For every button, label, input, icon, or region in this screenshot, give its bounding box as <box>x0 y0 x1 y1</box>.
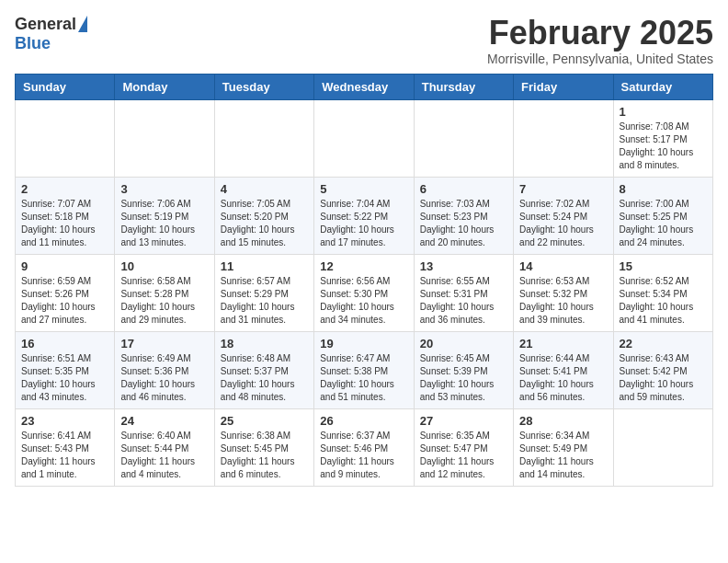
calendar-cell: 11Sunrise: 6:57 AM Sunset: 5:29 PM Dayli… <box>214 254 313 331</box>
weekday-header-saturday: Saturday <box>613 74 712 99</box>
calendar-cell: 2Sunrise: 7:07 AM Sunset: 5:18 PM Daylig… <box>16 177 115 254</box>
calendar-week-5: 23Sunrise: 6:41 AM Sunset: 5:43 PM Dayli… <box>16 408 713 486</box>
day-info: Sunrise: 7:08 AM Sunset: 5:17 PM Dayligh… <box>620 121 707 172</box>
calendar-cell: 5Sunrise: 7:04 AM Sunset: 5:22 PM Daylig… <box>314 177 414 254</box>
logo-triangle-icon <box>78 16 87 32</box>
weekday-header-friday: Friday <box>514 74 613 99</box>
day-number: 6 <box>420 182 507 196</box>
calendar-cell: 28Sunrise: 6:34 AM Sunset: 5:49 PM Dayli… <box>514 408 613 486</box>
title-block: February 2025 Morrisville, Pennsylvania,… <box>487 15 713 66</box>
day-info: Sunrise: 6:44 AM Sunset: 5:41 PM Dayligh… <box>519 352 607 404</box>
calendar-cell: 22Sunrise: 6:43 AM Sunset: 5:42 PM Dayli… <box>613 331 712 408</box>
calendar-cell: 17Sunrise: 6:49 AM Sunset: 5:36 PM Dayli… <box>115 331 214 408</box>
day-number: 21 <box>519 337 607 350</box>
calendar-cell: 10Sunrise: 6:58 AM Sunset: 5:28 PM Dayli… <box>115 254 214 331</box>
day-info: Sunrise: 6:47 AM Sunset: 5:38 PM Dayligh… <box>320 352 407 404</box>
day-number: 2 <box>21 182 108 196</box>
calendar-cell <box>613 408 712 486</box>
day-number: 25 <box>221 414 308 428</box>
day-number: 10 <box>120 259 208 273</box>
day-number: 28 <box>519 414 607 428</box>
day-number: 15 <box>620 259 707 273</box>
location-text: Morrisville, Pennsylvania, United States <box>487 52 713 66</box>
day-number: 27 <box>420 414 507 428</box>
day-info: Sunrise: 7:02 AM Sunset: 5:24 PM Dayligh… <box>519 198 607 249</box>
calendar-cell: 13Sunrise: 6:55 AM Sunset: 5:31 PM Dayli… <box>414 254 513 331</box>
day-number: 9 <box>21 259 108 273</box>
logo-blue-text: Blue <box>15 34 51 53</box>
calendar-cell: 24Sunrise: 6:40 AM Sunset: 5:44 PM Dayli… <box>115 408 214 486</box>
calendar-cell: 18Sunrise: 6:48 AM Sunset: 5:37 PM Dayli… <box>214 331 313 408</box>
calendar-cell: 26Sunrise: 6:37 AM Sunset: 5:46 PM Dayli… <box>314 408 414 486</box>
weekday-header-sunday: Sunday <box>16 74 115 99</box>
day-info: Sunrise: 7:06 AM Sunset: 5:19 PM Dayligh… <box>120 198 208 249</box>
calendar-table: SundayMondayTuesdayWednesdayThursdayFrid… <box>15 74 713 487</box>
calendar-week-2: 2Sunrise: 7:07 AM Sunset: 5:18 PM Daylig… <box>16 177 713 254</box>
day-number: 7 <box>519 182 607 196</box>
day-info: Sunrise: 6:49 AM Sunset: 5:36 PM Dayligh… <box>120 352 208 404</box>
logo-general-text: General <box>15 15 76 34</box>
day-info: Sunrise: 7:00 AM Sunset: 5:25 PM Dayligh… <box>620 198 707 249</box>
weekday-header-monday: Monday <box>115 74 214 99</box>
day-info: Sunrise: 6:38 AM Sunset: 5:45 PM Dayligh… <box>221 430 308 481</box>
day-info: Sunrise: 6:41 AM Sunset: 5:43 PM Dayligh… <box>21 430 108 481</box>
day-info: Sunrise: 6:48 AM Sunset: 5:37 PM Dayligh… <box>221 352 308 404</box>
calendar-header-row: SundayMondayTuesdayWednesdayThursdayFrid… <box>16 74 713 99</box>
calendar-cell: 25Sunrise: 6:38 AM Sunset: 5:45 PM Dayli… <box>214 408 313 486</box>
calendar-cell: 9Sunrise: 6:59 AM Sunset: 5:26 PM Daylig… <box>16 254 115 331</box>
day-info: Sunrise: 6:51 AM Sunset: 5:35 PM Dayligh… <box>21 352 108 404</box>
calendar-cell <box>214 99 313 177</box>
day-number: 11 <box>221 259 308 273</box>
day-number: 18 <box>221 337 308 350</box>
day-info: Sunrise: 6:53 AM Sunset: 5:32 PM Dayligh… <box>519 275 607 327</box>
day-info: Sunrise: 6:52 AM Sunset: 5:34 PM Dayligh… <box>620 275 707 327</box>
day-info: Sunrise: 6:59 AM Sunset: 5:26 PM Dayligh… <box>21 275 108 327</box>
weekday-header-tuesday: Tuesday <box>214 74 313 99</box>
calendar-week-1: 1Sunrise: 7:08 AM Sunset: 5:17 PM Daylig… <box>16 99 713 177</box>
calendar-week-4: 16Sunrise: 6:51 AM Sunset: 5:35 PM Dayli… <box>16 331 713 408</box>
calendar-cell: 12Sunrise: 6:56 AM Sunset: 5:30 PM Dayli… <box>314 254 414 331</box>
calendar-week-3: 9Sunrise: 6:59 AM Sunset: 5:26 PM Daylig… <box>16 254 713 331</box>
day-info: Sunrise: 7:04 AM Sunset: 5:22 PM Dayligh… <box>320 198 407 249</box>
weekday-header-thursday: Thursday <box>414 74 513 99</box>
calendar-cell: 23Sunrise: 6:41 AM Sunset: 5:43 PM Dayli… <box>16 408 115 486</box>
day-number: 12 <box>320 259 407 273</box>
calendar-cell: 6Sunrise: 7:03 AM Sunset: 5:23 PM Daylig… <box>414 177 513 254</box>
day-info: Sunrise: 6:58 AM Sunset: 5:28 PM Dayligh… <box>120 275 208 327</box>
day-info: Sunrise: 6:40 AM Sunset: 5:44 PM Dayligh… <box>120 430 208 481</box>
day-info: Sunrise: 6:57 AM Sunset: 5:29 PM Dayligh… <box>221 275 308 327</box>
day-number: 4 <box>221 182 308 196</box>
calendar-cell: 3Sunrise: 7:06 AM Sunset: 5:19 PM Daylig… <box>115 177 214 254</box>
calendar-cell: 15Sunrise: 6:52 AM Sunset: 5:34 PM Dayli… <box>613 254 712 331</box>
page-header: General Blue February 2025 Morrisville, … <box>15 15 713 66</box>
calendar-cell: 14Sunrise: 6:53 AM Sunset: 5:32 PM Dayli… <box>514 254 613 331</box>
weekday-header-wednesday: Wednesday <box>314 74 414 99</box>
calendar-cell: 7Sunrise: 7:02 AM Sunset: 5:24 PM Daylig… <box>514 177 613 254</box>
day-number: 5 <box>320 182 407 196</box>
calendar-cell: 16Sunrise: 6:51 AM Sunset: 5:35 PM Dayli… <box>16 331 115 408</box>
month-title: February 2025 <box>487 15 713 52</box>
calendar-cell: 27Sunrise: 6:35 AM Sunset: 5:47 PM Dayli… <box>414 408 513 486</box>
day-info: Sunrise: 6:34 AM Sunset: 5:49 PM Dayligh… <box>519 430 607 481</box>
day-info: Sunrise: 6:35 AM Sunset: 5:47 PM Dayligh… <box>420 430 507 481</box>
day-number: 14 <box>519 259 607 273</box>
calendar-cell <box>115 99 214 177</box>
day-number: 23 <box>21 414 108 428</box>
day-number: 8 <box>620 182 707 196</box>
day-info: Sunrise: 6:55 AM Sunset: 5:31 PM Dayligh… <box>420 275 507 327</box>
day-info: Sunrise: 6:37 AM Sunset: 5:46 PM Dayligh… <box>320 430 407 481</box>
day-info: Sunrise: 6:56 AM Sunset: 5:30 PM Dayligh… <box>320 275 407 327</box>
day-number: 20 <box>420 337 507 350</box>
calendar-cell: 21Sunrise: 6:44 AM Sunset: 5:41 PM Dayli… <box>514 331 613 408</box>
day-number: 1 <box>620 105 707 119</box>
logo: General Blue <box>15 15 87 53</box>
calendar-cell: 19Sunrise: 6:47 AM Sunset: 5:38 PM Dayli… <box>314 331 414 408</box>
day-number: 22 <box>620 337 707 350</box>
day-number: 16 <box>21 337 108 350</box>
day-number: 24 <box>120 414 208 428</box>
day-number: 3 <box>120 182 208 196</box>
day-number: 17 <box>120 337 208 350</box>
day-info: Sunrise: 7:05 AM Sunset: 5:20 PM Dayligh… <box>221 198 308 249</box>
calendar-cell: 20Sunrise: 6:45 AM Sunset: 5:39 PM Dayli… <box>414 331 513 408</box>
calendar-cell <box>414 99 513 177</box>
